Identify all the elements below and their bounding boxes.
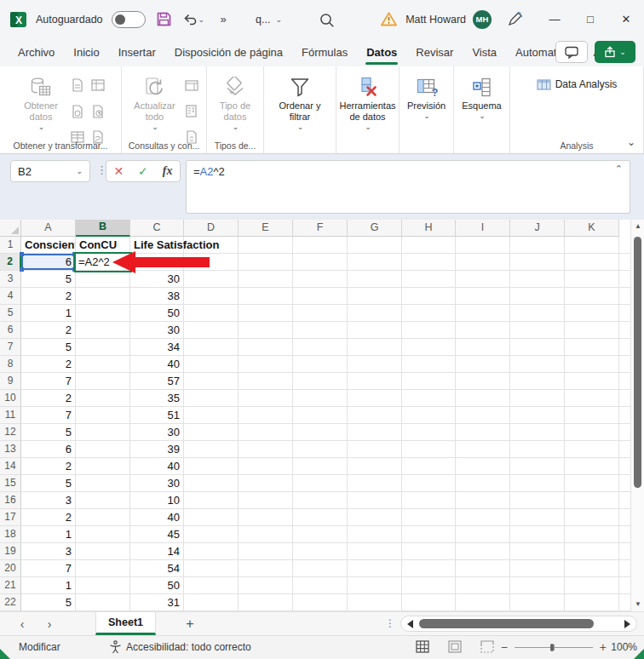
cell-A21[interactable]: 1 (21, 577, 76, 594)
cell-B8[interactable] (76, 356, 130, 373)
column-header-B[interactable]: B (76, 220, 130, 237)
outline-button[interactable]: Esquema ⌄ (456, 72, 509, 153)
row-header-17[interactable]: 17 (0, 509, 21, 526)
cell-A8[interactable]: 2 (21, 356, 76, 373)
cell-F2[interactable] (293, 254, 348, 271)
cell-B3[interactable] (76, 271, 130, 288)
cell-I13[interactable] (456, 441, 510, 458)
cell-A1[interactable]: Conscient (21, 237, 76, 254)
cell-E14[interactable] (239, 458, 293, 475)
cell-E8[interactable] (239, 356, 293, 373)
zoom-slider-thumb[interactable] (550, 644, 554, 651)
cell-G15[interactable] (348, 475, 402, 492)
cell-D21[interactable] (184, 577, 239, 594)
cell-I12[interactable] (456, 424, 510, 441)
zoom-out-button[interactable]: − (501, 641, 508, 653)
cell-C22[interactable]: 31 (130, 594, 184, 611)
cell-F22[interactable] (293, 594, 348, 611)
cell-partial[interactable] (619, 339, 630, 356)
cell-K12[interactable] (565, 424, 619, 441)
cell-K9[interactable] (565, 373, 619, 390)
cell-A4[interactable]: 2 (21, 288, 76, 305)
cell-G2[interactable] (348, 254, 402, 271)
cell-G20[interactable] (348, 560, 402, 577)
cell-B14[interactable] (76, 458, 130, 475)
cell-F10[interactable] (293, 390, 348, 407)
cell-C16[interactable]: 10 (130, 492, 184, 509)
selection-handle[interactable] (20, 252, 24, 256)
prev-sheet-button[interactable]: ‹ (10, 612, 34, 636)
cell-F6[interactable] (293, 322, 348, 339)
cell-A6[interactable]: 2 (21, 322, 76, 339)
row-header-18[interactable]: 18 (0, 526, 21, 543)
row-header-2[interactable]: 2 (0, 254, 21, 271)
cell-D17[interactable] (184, 509, 239, 526)
cell-E11[interactable] (239, 407, 293, 424)
cell-K3[interactable] (565, 271, 619, 288)
cell-K4[interactable] (565, 288, 619, 305)
forecast-button[interactable]: ? Previsión ⌄ (400, 72, 453, 153)
cell-H18[interactable] (402, 526, 456, 543)
cell-K14[interactable] (565, 458, 619, 475)
add-sheet-button[interactable]: + (177, 612, 203, 636)
cell-J1[interactable] (510, 237, 565, 254)
cell-E3[interactable] (239, 271, 293, 288)
cell-B17[interactable] (76, 509, 130, 526)
column-header-D[interactable]: D (184, 220, 239, 237)
cell-J3[interactable] (510, 271, 565, 288)
cell-H4[interactable] (402, 288, 456, 305)
cell-B21[interactable] (76, 577, 130, 594)
cell-I10[interactable] (456, 390, 510, 407)
cell-partial[interactable] (619, 509, 630, 526)
cell-J21[interactable] (510, 577, 565, 594)
select-all-corner[interactable] (0, 220, 21, 237)
cell-J20[interactable] (510, 560, 565, 577)
cell-A18[interactable]: 1 (21, 526, 76, 543)
cell-partial[interactable] (619, 441, 630, 458)
cell-J5[interactable] (510, 305, 565, 322)
cell-C13[interactable]: 39 (130, 441, 184, 458)
row-header-19[interactable]: 19 (0, 543, 21, 560)
cell-C6[interactable]: 30 (130, 322, 184, 339)
column-header-K[interactable]: K (565, 220, 619, 237)
cell-A5[interactable]: 1 (21, 305, 76, 322)
cell-F17[interactable] (293, 509, 348, 526)
cell-B22[interactable] (76, 594, 130, 611)
cell-B16[interactable] (76, 492, 130, 509)
cell-G4[interactable] (348, 288, 402, 305)
row-header-3[interactable]: 3 (0, 271, 21, 288)
cell-I1[interactable] (456, 237, 510, 254)
cell-D11[interactable] (184, 407, 239, 424)
cell-J2[interactable] (510, 254, 565, 271)
cell-E18[interactable] (239, 526, 293, 543)
cell-C9[interactable]: 57 (130, 373, 184, 390)
close-button[interactable]: ✕ (608, 0, 644, 38)
cell-A16[interactable]: 3 (21, 492, 76, 509)
cell-G14[interactable] (348, 458, 402, 475)
cell-B11[interactable] (76, 407, 130, 424)
cell-D6[interactable] (184, 322, 239, 339)
column-header-E[interactable]: E (239, 220, 293, 237)
cell-partial[interactable] (619, 526, 630, 543)
column-header-F[interactable]: F (293, 220, 348, 237)
cell-K8[interactable] (565, 356, 619, 373)
cell-A22[interactable]: 5 (21, 594, 76, 611)
cell-H16[interactable] (402, 492, 456, 509)
cell-K11[interactable] (565, 407, 619, 424)
row-header-4[interactable]: 4 (0, 288, 21, 305)
cell-E13[interactable] (239, 441, 293, 458)
cell-F3[interactable] (293, 271, 348, 288)
cell-partial[interactable] (619, 458, 630, 475)
cell-J16[interactable] (510, 492, 565, 509)
cell-H20[interactable] (402, 560, 456, 577)
cell-C10[interactable]: 35 (130, 390, 184, 407)
cell-I11[interactable] (456, 407, 510, 424)
cell-D13[interactable] (184, 441, 239, 458)
cell-C8[interactable]: 40 (130, 356, 184, 373)
cell-K2[interactable] (565, 254, 619, 271)
cell-H13[interactable] (402, 441, 456, 458)
save-button[interactable] (154, 8, 175, 32)
cell-partial[interactable] (619, 356, 630, 373)
vertical-scroll-thumb[interactable] (634, 237, 641, 488)
cell-partial[interactable] (619, 288, 630, 305)
